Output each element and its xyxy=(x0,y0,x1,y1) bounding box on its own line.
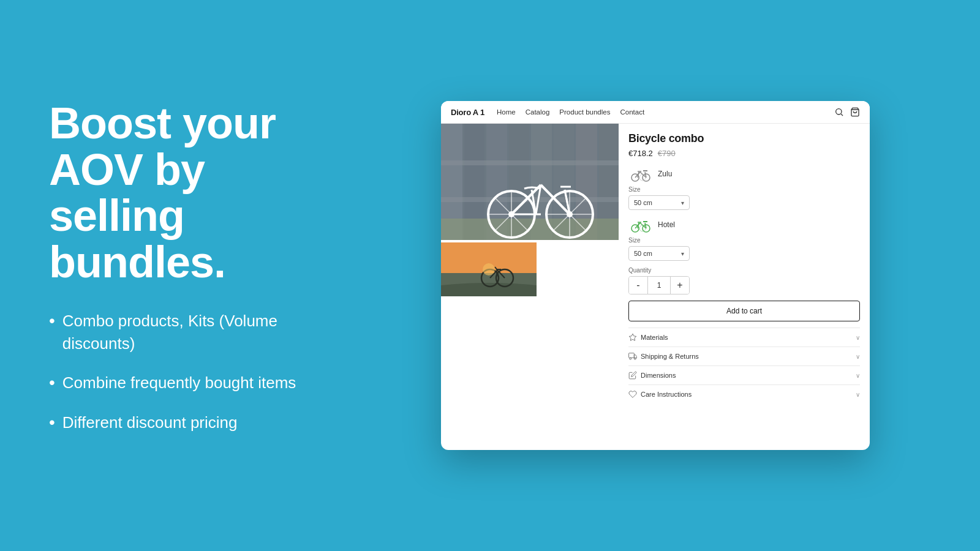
care-chevron-icon: ∨ xyxy=(856,391,860,398)
left-panel: Boost your AOV by selling bundles. Combo… xyxy=(0,64,355,487)
nav-bundles[interactable]: Product bundles xyxy=(559,108,610,116)
zulu-size-label: Size xyxy=(628,186,860,193)
shipping-label: Shipping & Returns xyxy=(641,353,699,360)
zulu-chevron-icon: ▾ xyxy=(681,200,684,206)
svg-point-0 xyxy=(836,109,842,114)
star-icon xyxy=(628,333,637,342)
bullet-item-1: Combo products, Kits (Volume discounts) xyxy=(49,310,318,354)
truck-icon xyxy=(628,352,637,361)
cart-icon[interactable] xyxy=(850,107,860,117)
nav-links: Home Catalog Product bundles Contact xyxy=(497,108,822,116)
bike-option-zulu: Zulu xyxy=(628,165,860,182)
pencil-icon xyxy=(628,371,637,380)
nav-icons xyxy=(834,107,860,117)
hotel-chevron-icon: ▾ xyxy=(681,250,684,257)
bullet-item-2: Combine frequently bought items xyxy=(49,372,318,394)
zulu-bike-icon xyxy=(629,166,652,182)
shipping-chevron-icon: ∨ xyxy=(856,353,860,360)
zulu-label: Zulu xyxy=(658,170,672,178)
main-image-svg xyxy=(441,124,619,240)
browser-nav: Dioro A 1 Home Catalog Product bundles C… xyxy=(441,101,870,124)
browser-window: Dioro A 1 Home Catalog Product bundles C… xyxy=(441,101,870,450)
hotel-icon-wrapper xyxy=(628,216,653,233)
accordion-dimensions-left: Dimensions xyxy=(628,371,676,380)
dimensions-label: Dimensions xyxy=(641,372,676,379)
secondary-image-svg xyxy=(441,242,537,296)
svg-marker-63 xyxy=(629,334,636,340)
zulu-size-select[interactable]: 50 cm ▾ xyxy=(628,195,690,210)
svg-rect-12 xyxy=(441,160,619,165)
svg-rect-64 xyxy=(629,353,635,358)
accordion-dimensions[interactable]: Dimensions ∨ xyxy=(628,365,860,384)
product-images xyxy=(441,124,619,450)
nav-catalog[interactable]: Catalog xyxy=(526,108,550,116)
store-name: Dioro A 1 xyxy=(451,108,484,117)
svg-line-1 xyxy=(841,114,843,116)
nav-home[interactable]: Home xyxy=(497,108,516,116)
product-details: Bicycle combo €718.2 €790 xyxy=(619,124,870,450)
accordion-shipping[interactable]: Shipping & Returns ∨ xyxy=(628,347,860,365)
secondary-product-image xyxy=(441,242,537,296)
accordion-shipping-left: Shipping & Returns xyxy=(628,352,699,361)
accordion-care-left: Care Instructions xyxy=(628,390,692,399)
hotel-label: Hotel xyxy=(658,220,675,229)
heart-icon xyxy=(628,390,637,399)
svg-point-65 xyxy=(630,358,631,359)
accordion-materials-left: Materials xyxy=(628,333,668,342)
nav-contact[interactable]: Contact xyxy=(620,108,644,116)
materials-label: Materials xyxy=(641,334,668,341)
product-area: Bicycle combo €718.2 €790 xyxy=(441,124,870,450)
hotel-size-label: Size xyxy=(628,237,860,244)
hotel-size-select[interactable]: 50 cm ▾ xyxy=(628,246,690,261)
hotel-bike-icon xyxy=(629,217,652,233)
main-product-image xyxy=(441,124,619,240)
product-title: Bicycle combo xyxy=(628,132,860,145)
hotel-size-value: 50 cm xyxy=(634,250,652,257)
zulu-icon-wrapper xyxy=(628,165,653,182)
quantity-value: 1 xyxy=(647,277,671,294)
right-panel: Dioro A 1 Home Catalog Product bundles C… xyxy=(355,77,980,474)
svg-point-66 xyxy=(634,358,636,359)
quantity-label: Quantity xyxy=(628,267,860,274)
quantity-decrease-button[interactable]: - xyxy=(629,277,647,294)
accordion-care[interactable]: Care Instructions ∨ xyxy=(628,384,860,403)
bullet-list: Combo products, Kits (Volume discounts) … xyxy=(49,310,318,433)
bullet-item-3: Different discount pricing xyxy=(49,411,318,433)
quantity-control: - 1 + xyxy=(628,276,690,294)
dimensions-chevron-icon: ∨ xyxy=(856,372,860,379)
care-label: Care Instructions xyxy=(641,391,692,398)
price-current: €718.2 xyxy=(628,149,653,158)
bike-option-hotel: Hotel xyxy=(628,216,860,233)
price-original: €790 xyxy=(658,149,676,158)
accordion-materials[interactable]: Materials ∨ xyxy=(628,328,860,347)
svg-point-44 xyxy=(483,263,495,276)
search-icon[interactable] xyxy=(834,107,844,117)
headline: Boost your AOV by selling bundles. xyxy=(49,100,318,285)
quantity-increase-button[interactable]: + xyxy=(671,277,689,294)
zulu-size-value: 50 cm xyxy=(634,199,652,206)
add-to-cart-button[interactable]: Add to cart xyxy=(628,301,860,321)
materials-chevron-icon: ∨ xyxy=(856,334,860,341)
price-row: €718.2 €790 xyxy=(628,149,860,158)
